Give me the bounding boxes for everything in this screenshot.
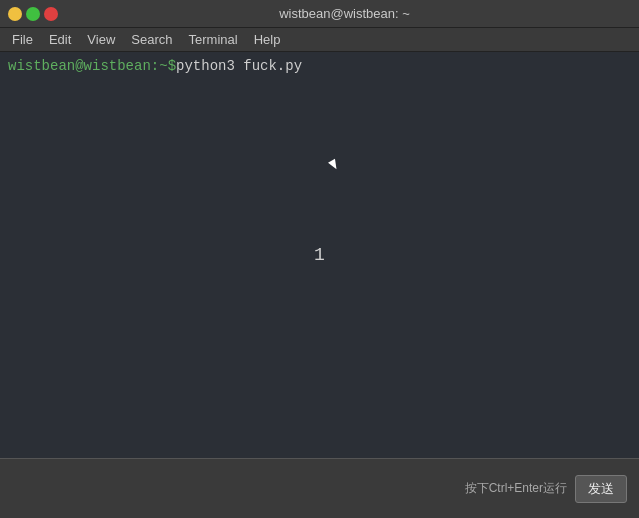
close-button[interactable] — [44, 7, 58, 21]
terminal-output: 1 — [314, 245, 325, 265]
title-bar: wistbean@wistbean: ~ — [0, 0, 639, 28]
menu-view[interactable]: View — [79, 30, 123, 49]
maximize-button[interactable] — [26, 7, 40, 21]
keyboard-hint: 按下Ctrl+Enter运行 — [465, 480, 567, 497]
prompt-line: wistbean@wistbean:~$ python3 fuck.py — [8, 58, 631, 74]
menu-search[interactable]: Search — [123, 30, 180, 49]
menu-bar: File Edit View Search Terminal Help — [0, 28, 639, 52]
menu-edit[interactable]: Edit — [41, 30, 79, 49]
send-button[interactable]: 发送 — [575, 475, 627, 503]
bottom-bar: 按下Ctrl+Enter运行 发送 — [0, 458, 639, 518]
minimize-button[interactable] — [8, 7, 22, 21]
window-title: wistbean@wistbean: ~ — [58, 6, 631, 21]
prompt-user: wistbean@wistbean:~$ — [8, 58, 176, 74]
prompt-command: python3 fuck.py — [176, 58, 302, 74]
menu-file[interactable]: File — [4, 30, 41, 49]
menu-terminal[interactable]: Terminal — [181, 30, 246, 49]
menu-help[interactable]: Help — [246, 30, 289, 49]
window-controls[interactable] — [8, 7, 58, 21]
terminal-area[interactable]: wistbean@wistbean:~$ python3 fuck.py 1 — [0, 52, 639, 458]
